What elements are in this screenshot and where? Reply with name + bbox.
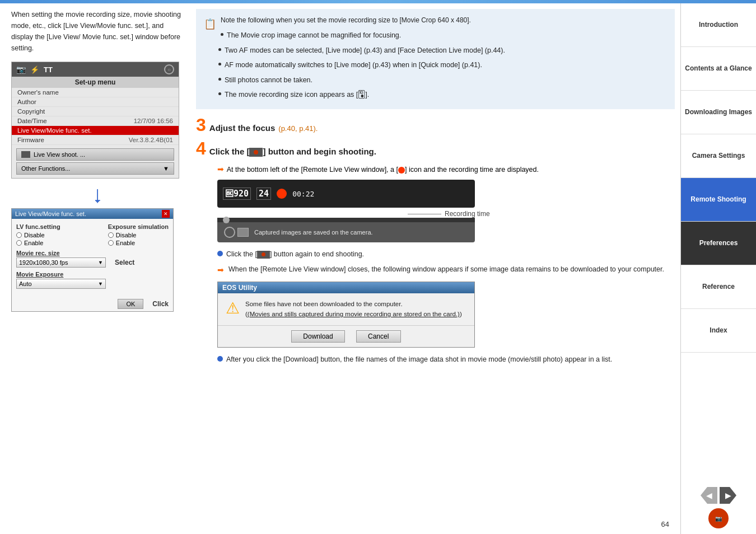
other-functions-btn[interactable]: Other Functions... ▼ xyxy=(16,162,174,175)
dialog-close-btn[interactable]: ✕ xyxy=(162,210,170,218)
recording-bar-container: 🆟920 24 00:22 Recording time xyxy=(217,180,675,242)
sidebar-item-remote-shooting[interactable]: Remote Shooting xyxy=(681,178,756,222)
menu-row: Owner's name xyxy=(12,88,179,97)
movie-rec-select[interactable]: 1920x1080,30 fps ▼ xyxy=(16,257,106,268)
menu-row: FirmwareVer.3.8.2.4B(01 xyxy=(12,135,179,145)
bullet-text: Click the [] button again to end shootin… xyxy=(226,248,364,261)
captured-icons xyxy=(224,227,249,238)
cap-icon-circle xyxy=(224,227,235,238)
select-annotation: Select xyxy=(115,259,134,266)
note-bullets-list: The Movie crop image cannot be magnified… xyxy=(218,29,667,101)
rec-fps: 24 xyxy=(256,188,271,200)
warning-icon: ⚠ xyxy=(226,299,240,317)
sidebar-item-downloading-images[interactable]: Downloading Images xyxy=(681,91,756,134)
camera-icon: 📷 xyxy=(16,65,26,74)
recording-bar: 🆟920 24 00:22 xyxy=(217,180,475,208)
dialog-title: Live View/Movie func. set. xyxy=(15,210,86,217)
step3-text: Adjust the focus xyxy=(209,123,276,133)
step4-content: ➡ At the bottom left of the [Remote Live… xyxy=(217,163,675,366)
bullet-window-closes: ➡ When the [Remote Live View window] clo… xyxy=(217,263,675,277)
arrow-right-small: ➡ xyxy=(217,263,224,277)
next-arrow: ▶ xyxy=(725,491,731,500)
dialog-footer: OK Click xyxy=(12,297,173,311)
col2-radio-disable[interactable]: Disable xyxy=(108,232,169,238)
page-number: 64 xyxy=(661,520,669,528)
step3-link[interactable]: (p.40, p.41). xyxy=(278,124,318,133)
bullet-dot xyxy=(217,251,223,256)
menu-row: Copyright xyxy=(12,107,179,116)
sidebar-item-reference[interactable]: Reference xyxy=(681,265,756,309)
shooting-bullets: Click the [] button again to end shootin… xyxy=(217,248,675,277)
menu-buttons: Live View shoot. ... Other Functions... … xyxy=(12,145,179,178)
step4-header: 4 Click the [] button and begin shooting… xyxy=(196,139,675,157)
eos-download-btn[interactable]: Download xyxy=(291,330,344,343)
step4-sub: ➡ At the bottom left of the [Remote Live… xyxy=(217,163,675,175)
radio-label: Disable xyxy=(116,232,137,238)
eos-title: EOS Utility xyxy=(218,282,474,293)
step3-number: 3 xyxy=(196,116,206,134)
movie-exp-select[interactable]: Auto ▼ xyxy=(16,279,106,289)
note-bullet-item: AF mode automatically switches to [Live … xyxy=(218,59,667,72)
dialog-content: LV func.setting Disable Enable xyxy=(12,219,173,297)
dialog-row-headers: LV func.setting Disable Enable xyxy=(16,223,169,246)
select-arrow: ▼ xyxy=(98,260,103,265)
dropdown-arrow: ▼ xyxy=(163,165,169,172)
sidebar-item-contents-at-a-glance[interactable]: Contents at a Glance xyxy=(681,47,756,91)
step3-header: 3 Adjust the focus (p.40, p.41). xyxy=(196,116,675,134)
col1-radios: Disable Enable xyxy=(16,232,60,246)
left-column: When setting the movie recording size, m… xyxy=(0,3,190,534)
camera-menu-topbar: 📷 ⚡ TT ○ xyxy=(12,62,179,77)
after-bullets: After you click the [Download] button, t… xyxy=(217,353,675,366)
movie-exp-label: Movie Exposure xyxy=(16,271,169,278)
camera-brand-text: 📷 xyxy=(715,516,722,522)
radio-circle xyxy=(108,240,114,246)
radio-circle xyxy=(16,232,22,238)
note-icon: 📋 xyxy=(204,16,216,33)
recording-time-annotation: Recording time xyxy=(217,210,675,218)
sidebar-item-preferences[interactable]: Preferences xyxy=(681,222,756,265)
col1-header: LV func.setting Disable Enable xyxy=(16,223,60,246)
bullet-dot xyxy=(217,356,223,362)
nav-next-btn[interactable]: ▶ xyxy=(720,487,736,504)
live-view-shoot-btn[interactable]: Live View shoot. ... xyxy=(16,148,174,161)
sidebar-item-introduction[interactable]: Introduction xyxy=(681,3,756,47)
menu-row: Author xyxy=(12,97,179,107)
step4-number: 4 xyxy=(196,139,206,157)
bullet-end-shooting: Click the [] button again to end shootin… xyxy=(217,248,675,261)
sidebar: IntroductionContents at a GlanceDownload… xyxy=(680,3,756,534)
col1-radio-disable[interactable]: Disable xyxy=(16,232,60,238)
eos-buttons: Download Cancel xyxy=(218,325,474,347)
col2-radio-enable[interactable]: Enable xyxy=(108,240,169,246)
after-text: After you click the [Download] button, t… xyxy=(226,353,612,366)
tt-icon: TT xyxy=(44,65,53,74)
menu-btn-icon xyxy=(21,151,30,158)
recording-time-label: Recording time xyxy=(445,210,490,218)
rec-time: 00:22 xyxy=(292,190,469,198)
menu-title: Set-up menu xyxy=(12,77,179,88)
radio-circle xyxy=(16,240,22,246)
right-column: 📋 Note the following when you set the mo… xyxy=(190,3,680,534)
movie-exp-row: Auto ▼ xyxy=(16,279,169,289)
col1-radio-enable[interactable]: Enable xyxy=(16,240,60,246)
arrow-right: ➡ xyxy=(217,165,224,174)
note-bullet-item: The Movie crop image cannot be magnified… xyxy=(221,29,667,42)
bolt-icon: ⚡ xyxy=(30,65,39,74)
note-box: 📋 Note the following when you set the mo… xyxy=(196,9,675,109)
eos-text-block: Some files have not been downloaded to t… xyxy=(245,299,462,320)
menu-row[interactable]: Live View/Movie func. set. xyxy=(12,126,179,135)
movie-rec-label: Movie rec. size xyxy=(16,250,169,256)
sidebar-bottom: ◀ ▶ 📷 xyxy=(681,481,756,534)
sidebar-item-index[interactable]: Index xyxy=(681,309,756,353)
click-annotation: Click xyxy=(152,300,169,308)
menu-row: Date/Time12/7/09 16:56 xyxy=(12,116,179,126)
nav-prev-btn[interactable]: ◀ xyxy=(701,487,717,504)
sidebar-item-camera-settings[interactable]: Camera Settings xyxy=(681,134,756,178)
ok-button[interactable]: OK xyxy=(118,299,143,309)
eos-cancel-btn[interactable]: Cancel xyxy=(356,330,401,343)
power-icon: ○ xyxy=(164,64,174,74)
camera-menu-box: 📷 ⚡ TT ○ Set-up menu Owner's nameAuthorC… xyxy=(11,62,179,179)
radio-label: Enable xyxy=(116,240,135,246)
intro-text: When setting the movie recording size, m… xyxy=(11,9,185,54)
radio-label: Disable xyxy=(24,232,45,238)
camera-brand-icon: 📷 xyxy=(708,508,729,528)
